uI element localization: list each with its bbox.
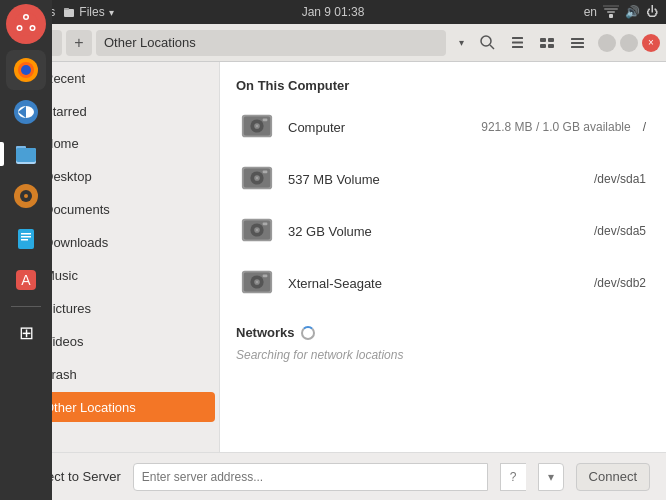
svg-point-6: [31, 27, 34, 30]
view-options-button[interactable]: [534, 30, 560, 56]
svg-point-84: [256, 281, 258, 283]
networks-header: Networks: [236, 325, 650, 340]
svg-rect-34: [512, 42, 523, 44]
device-sda1[interactable]: 537 MB Volume /dev/sda1: [236, 153, 650, 205]
titlebar: ‹ › + Other Locations ▾: [0, 24, 666, 62]
connect-button[interactable]: Connect: [576, 463, 650, 491]
sda5-path: /dev/sda5: [594, 224, 646, 238]
dock-rhythmbox[interactable]: [6, 176, 46, 216]
system-datetime: Jan 9 01:38: [302, 5, 365, 19]
minimize-button[interactable]: −: [598, 34, 616, 52]
dock-firefox[interactable]: [6, 50, 46, 90]
computer-path: /: [643, 120, 646, 134]
menu-button[interactable]: [564, 30, 590, 56]
server-dropdown-button[interactable]: ▾: [538, 463, 564, 491]
dock-thunderbird[interactable]: [6, 92, 46, 132]
dock-libreoffice[interactable]: [6, 218, 46, 258]
files-indicator: Files ▾: [63, 5, 113, 19]
searching-text: Searching for network locations: [236, 348, 650, 362]
svg-rect-42: [571, 46, 584, 48]
svg-rect-40: [571, 38, 584, 40]
networks-section: Networks Searching for network locations: [236, 325, 650, 362]
computer-name: Computer: [288, 120, 469, 135]
svg-rect-26: [64, 8, 69, 10]
new-folder-button[interactable]: +: [66, 30, 92, 56]
sda1-disk-icon: [240, 161, 276, 197]
file-manager-window: ‹ › + Other Locations ▾: [0, 24, 666, 500]
svg-rect-29: [604, 8, 618, 10]
svg-rect-20: [21, 233, 31, 235]
sdb2-path: /dev/sdb2: [594, 276, 646, 290]
svg-point-5: [18, 27, 21, 30]
maximize-button[interactable]: □: [620, 34, 638, 52]
device-computer[interactable]: Computer 921.8 MB / 1.0 GB available /: [236, 101, 650, 153]
list-view-button[interactable]: [504, 30, 530, 56]
svg-point-78: [256, 229, 258, 231]
svg-point-31: [481, 36, 491, 46]
speaker-icon[interactable]: 🔊: [625, 5, 640, 19]
documents-label: Documents: [44, 202, 110, 217]
on-this-computer-title: On This Computer: [236, 78, 650, 93]
bottom-bar: Connect to Server ? ▾ Connect: [0, 452, 666, 500]
sda1-info: 537 MB Volume: [288, 172, 582, 187]
loading-spinner: [301, 326, 315, 340]
svg-rect-41: [571, 42, 584, 44]
dropdown-icon: ▾: [548, 470, 554, 484]
dock-divider: [11, 306, 41, 307]
toolbar-right: [474, 30, 590, 56]
sdb2-disk-icon: [240, 265, 276, 301]
sda5-name: 32 GB Volume: [288, 224, 582, 239]
main-panel: On This Computer: [220, 62, 666, 452]
svg-rect-25: [64, 9, 74, 17]
dock-appstore[interactable]: A: [6, 260, 46, 300]
location-dropdown-button[interactable]: ▾: [452, 34, 470, 52]
sda1-path: /dev/sda1: [594, 172, 646, 186]
computer-size: 921.8 MB / 1.0 GB available: [481, 120, 630, 134]
close-button[interactable]: ×: [642, 34, 660, 52]
svg-rect-15: [16, 148, 36, 162]
svg-point-9: [21, 65, 31, 75]
computer-info: Computer: [288, 120, 469, 135]
location-bar[interactable]: Other Locations: [96, 30, 446, 56]
lang-indicator[interactable]: en: [584, 5, 597, 19]
svg-point-66: [256, 125, 258, 127]
svg-rect-36: [540, 38, 546, 42]
svg-rect-33: [512, 37, 523, 39]
svg-point-4: [25, 16, 28, 19]
sda1-name: 537 MB Volume: [288, 172, 582, 187]
sdb2-info: Xternal-Seagate: [288, 276, 582, 291]
svg-rect-35: [512, 46, 523, 48]
svg-rect-30: [603, 5, 619, 7]
svg-line-32: [490, 45, 494, 49]
dock-files[interactable]: [6, 134, 46, 174]
help-button[interactable]: ?: [500, 463, 526, 491]
svg-rect-38: [540, 44, 546, 48]
dock-show-apps[interactable]: ⊞: [6, 313, 46, 353]
svg-rect-67: [263, 118, 268, 121]
svg-rect-39: [548, 44, 554, 48]
svg-text:A: A: [21, 272, 31, 288]
dock: A ⊞: [0, 0, 52, 500]
networks-title: Networks: [236, 325, 295, 340]
svg-rect-37: [548, 38, 554, 42]
location-text: Other Locations: [104, 35, 196, 50]
svg-rect-22: [21, 239, 28, 241]
downloads-label: Downloads: [44, 235, 108, 250]
svg-rect-27: [609, 14, 613, 18]
svg-point-72: [256, 177, 258, 179]
network-icon[interactable]: [603, 4, 619, 21]
svg-rect-85: [263, 274, 268, 277]
ubuntu-logo[interactable]: [6, 4, 46, 44]
content-area: Recent ★ Starred Home: [0, 62, 666, 452]
help-icon: ?: [510, 470, 517, 484]
sdb2-name: Xternal-Seagate: [288, 276, 582, 291]
device-sda5[interactable]: 32 GB Volume /dev/sda5: [236, 205, 650, 257]
sda5-info: 32 GB Volume: [288, 224, 582, 239]
power-icon[interactable]: ⏻: [646, 5, 658, 19]
svg-rect-79: [263, 222, 268, 225]
svg-point-18: [24, 194, 28, 198]
svg-rect-73: [263, 170, 268, 173]
search-button[interactable]: [474, 30, 500, 56]
device-sdb2[interactable]: Xternal-Seagate /dev/sdb2: [236, 257, 650, 309]
server-address-input[interactable]: [133, 463, 488, 491]
